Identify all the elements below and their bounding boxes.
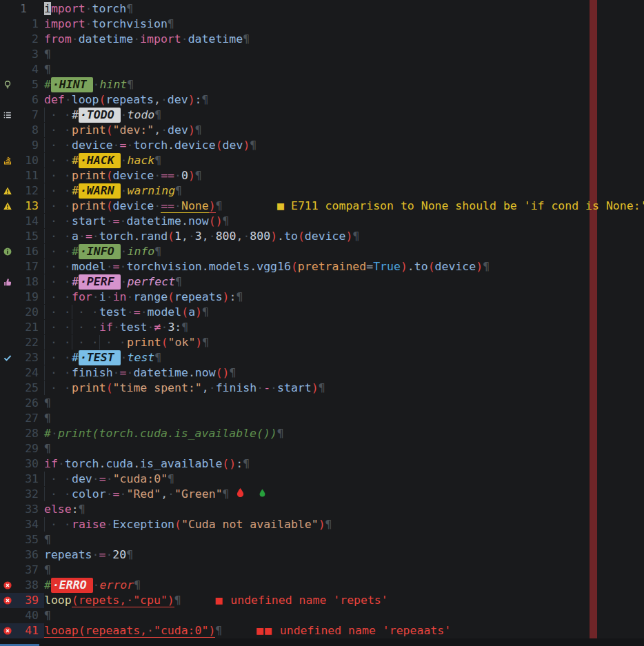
indent-guide [44, 138, 72, 152]
code-line[interactable]: 13print(device·==·None)¶ ■ E711 comparis… [0, 199, 644, 214]
sign-column [0, 168, 15, 183]
line-text: import·torch¶ [44, 1, 133, 17]
code-line[interactable]: 4¶ [0, 62, 644, 77]
gutter: 32 [0, 487, 44, 502]
code-line[interactable]: 14start·=·datetime.now()¶ [0, 214, 644, 229]
line-text: ¶ [44, 396, 51, 411]
gutter: 28 [0, 426, 44, 441]
code-line[interactable]: 12#·WARN·warning¶ [0, 183, 644, 199]
eol-pilcrow: ¶ [243, 32, 250, 46]
line-number: 22 [15, 335, 39, 350]
code-line[interactable]: 9device·=·torch.device(dev)¶ [0, 138, 644, 153]
indent-guide [44, 487, 72, 501]
line-text: print(device·==·None)¶ ■ E711 comparison… [44, 199, 644, 214]
line-number: 17 [15, 259, 39, 274]
todo-badge: ·INFO [79, 244, 121, 259]
code-line[interactable]: 32color·=·"Red",·"Green"¶ [0, 487, 644, 502]
code-line[interactable]: 20test·=·model(a)¶ [0, 305, 644, 320]
code-line[interactable]: 15a·=·torch.rand(1,·3,·800,·800).to(devi… [0, 229, 644, 244]
code-line[interactable]: 11print(device·==·0)¶ [0, 168, 644, 183]
drop-green-icon [259, 486, 266, 501]
line-text: if·test·≠·3:¶ [44, 320, 188, 335]
code-line[interactable]: 22print("ok")¶ [0, 335, 644, 350]
code-line[interactable]: 37¶ [0, 563, 644, 578]
code-line[interactable]: 16#·INFO·info¶ [0, 244, 644, 259]
code-line[interactable]: 23#·TEST·test¶ [0, 350, 644, 365]
thumbs-up-icon [0, 274, 15, 290]
line-number: 40 [15, 608, 39, 623]
drop-red-icon [236, 486, 245, 501]
code-line[interactable]: 1import·torchvision¶ [0, 17, 644, 32]
indent-guide [44, 305, 72, 319]
diagnostic-icon: ■ [277, 199, 284, 212]
todo-list-icon [0, 108, 15, 123]
code-line[interactable]: 34raise·Exception("Cuda not available")¶ [0, 517, 644, 532]
code-line[interactable]: 5#·HINT·hint¶ [0, 77, 644, 92]
gutter: 25 [0, 381, 44, 396]
indent-guide [44, 153, 72, 168]
code-line[interactable]: 7#·TODO·todo¶ [0, 108, 644, 123]
sign-column [0, 138, 15, 153]
line-number: 29 [15, 441, 39, 456]
code-line[interactable]: 33else:¶ [0, 502, 644, 517]
code-line[interactable]: 21if·test·≠·3:¶ [0, 320, 644, 335]
eol-pilcrow: ¶ [44, 533, 51, 546]
info-icon [0, 244, 15, 259]
eol-pilcrow: ¶ [223, 214, 230, 228]
eol-pilcrow: ¶ [202, 336, 209, 349]
gutter: 18 [0, 274, 44, 290]
code-line[interactable]: 28#·print(torch.cuda.is_available())¶ [0, 426, 644, 441]
code-line[interactable]: 29¶ [0, 441, 644, 456]
line-text: looap(repeaats,·"cuda:0")¶ ■■ undefined … [44, 623, 451, 638]
code-line[interactable]: 36repeats·=·20¶ [0, 547, 644, 563]
line-text: else:¶ [44, 502, 85, 517]
indent-guide [44, 290, 72, 304]
eol-pilcrow: ¶ [195, 169, 202, 182]
sign-column [0, 532, 15, 547]
line-number: 1 [15, 1, 39, 17]
code-line[interactable]: 1import·torch¶ [0, 1, 644, 17]
code-line[interactable]: 27¶ [0, 411, 644, 426]
line-number: 37 [15, 563, 39, 578]
line-text: ¶ [44, 47, 51, 62]
gutter: 38 [0, 578, 44, 593]
eol-pilcrow: ¶ [483, 260, 490, 273]
gutter: 1 [0, 1, 44, 17]
code-line[interactable]: 6def·loop(repeats,·dev):¶ [0, 92, 644, 108]
sign-column [0, 547, 15, 563]
gutter: 34 [0, 517, 44, 532]
code-line[interactable]: 17model·=·torchvision.models.vgg16(pretr… [0, 259, 644, 274]
code-line[interactable]: 41looap(repeaats,·"cuda:0")¶ ■■ undefine… [0, 623, 644, 638]
code-line[interactable]: 3¶ [0, 47, 644, 62]
sign-column [0, 123, 15, 138]
indent-guide [44, 229, 72, 243]
eol-pilcrow: ¶ [181, 321, 188, 334]
code-line[interactable]: 19for·i·in·range(repeats):¶ [0, 290, 644, 305]
code-line[interactable]: 18#·PERF·perfect¶ [0, 274, 644, 290]
sign-column [0, 259, 15, 274]
code-line[interactable]: 35¶ [0, 532, 644, 547]
indent-guide [44, 214, 72, 228]
gutter: 2 [0, 32, 44, 47]
error-icon [0, 578, 15, 593]
code-line[interactable]: 8print("dev:",·dev)¶ [0, 123, 644, 138]
code-line[interactable]: 10#·HACK·hack¶ [0, 153, 644, 168]
code-line[interactable]: 24finish·=·datetime.now()¶ [0, 365, 644, 381]
code-line[interactable]: 38#·ERRO·error¶ [0, 578, 644, 593]
sign-column [0, 411, 15, 426]
indent-guide [44, 123, 72, 137]
code-line[interactable]: 39loop(repets,·"cpu")¶ ■ undefined name … [0, 593, 644, 608]
sign-column [0, 365, 15, 381]
sign-column [0, 320, 15, 335]
indent-guide [44, 199, 72, 213]
code-line[interactable]: 31dev·=·"cuda:0"¶ [0, 472, 644, 487]
code-line[interactable]: 40¶ [0, 608, 644, 623]
code-line[interactable]: 30if·torch.cuda.is_available():¶ [0, 456, 644, 472]
code-line[interactable]: 2from·datetime·import·datetime¶ [0, 32, 644, 47]
todo-badge: ·TODO [79, 108, 121, 123]
code-line[interactable]: 25print("time spent:",·finish·-·start)¶ [0, 381, 644, 396]
code-line[interactable]: 26¶ [0, 396, 644, 411]
gutter: 30 [0, 456, 44, 472]
gutter: 19 [0, 290, 44, 305]
sign-column [0, 396, 15, 411]
